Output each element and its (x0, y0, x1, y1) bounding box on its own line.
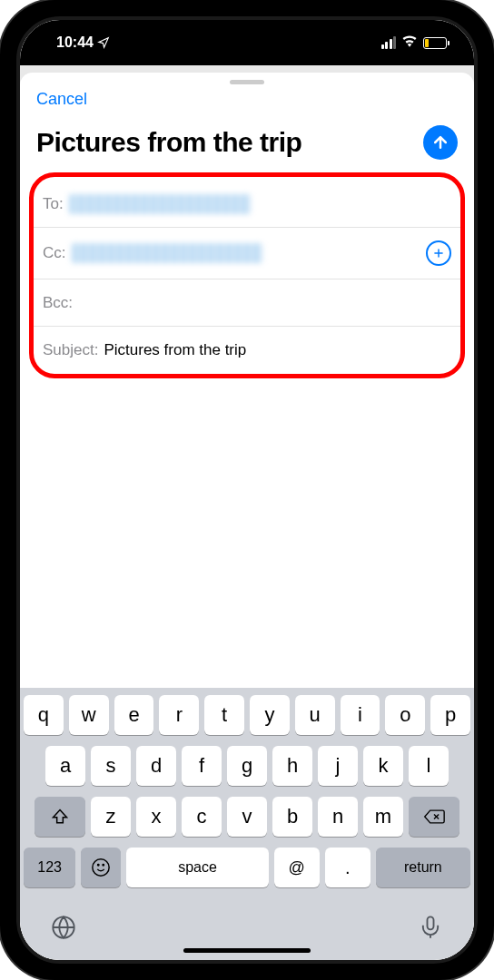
key-c[interactable]: c (182, 797, 222, 837)
keyboard-row-4: 123 space @ . return (24, 848, 470, 887)
key-t[interactable]: t (204, 695, 244, 735)
status-time: 10:44 (56, 34, 94, 51)
key-r[interactable]: r (159, 695, 199, 735)
emoji-icon (91, 858, 111, 877)
key-h[interactable]: h (272, 746, 312, 786)
location-icon (97, 36, 110, 49)
key-z[interactable]: z (91, 797, 131, 837)
keyboard-row-3: z x c v b n m (24, 797, 470, 837)
status-right (381, 34, 448, 51)
key-u[interactable]: u (295, 695, 335, 735)
key-k[interactable]: k (363, 746, 403, 786)
subject-label: Subject: (43, 341, 98, 359)
key-e[interactable]: e (114, 695, 154, 735)
key-s[interactable]: s (91, 746, 131, 786)
key-n[interactable]: n (318, 797, 358, 837)
cancel-button[interactable]: Cancel (36, 90, 87, 108)
notch (156, 20, 338, 45)
svg-point-1 (98, 865, 99, 866)
svg-rect-4 (428, 916, 434, 929)
to-field[interactable]: To: (34, 181, 460, 228)
svg-point-0 (93, 859, 109, 876)
keyboard-bottom-bar (24, 898, 470, 944)
key-delete[interactable] (409, 797, 459, 837)
key-a[interactable]: a (45, 746, 85, 786)
key-space[interactable]: space (126, 848, 268, 887)
svg-point-2 (103, 865, 104, 866)
screen: 10:44 Cancel Pictures from the tri (20, 20, 474, 960)
phone-frame: 10:44 Cancel Pictures from the tri (0, 0, 494, 980)
key-p[interactable]: p (430, 695, 470, 735)
key-o[interactable]: o (385, 695, 425, 735)
home-indicator[interactable] (183, 948, 311, 953)
key-w[interactable]: w (69, 695, 109, 735)
title-row: Pictures from the trip (20, 118, 474, 172)
key-v[interactable]: v (227, 797, 267, 837)
key-numbers[interactable]: 123 (24, 848, 75, 887)
key-dot[interactable]: . (325, 848, 370, 887)
globe-icon (51, 915, 76, 940)
key-y[interactable]: y (250, 695, 290, 735)
phone-body: 10:44 Cancel Pictures from the tri (16, 16, 478, 964)
plus-icon (432, 247, 445, 260)
subject-field[interactable]: Subject: Pictures from the trip (34, 327, 460, 374)
key-g[interactable]: g (227, 746, 267, 786)
toolbar: Cancel (20, 90, 474, 118)
cc-field[interactable]: Cc: (34, 228, 460, 279)
key-f[interactable]: f (182, 746, 222, 786)
sheet-grabber[interactable] (230, 80, 264, 84)
key-shift[interactable] (35, 797, 85, 837)
key-x[interactable]: x (136, 797, 176, 837)
key-m[interactable]: m (363, 797, 403, 837)
to-label: To: (43, 195, 64, 213)
subject-value: Pictures from the trip (104, 341, 246, 359)
keyboard-row-2: a s d f g h j k l (24, 746, 470, 786)
bcc-field[interactable]: Bcc: (34, 279, 460, 327)
annotation-highlight: To: Cc: Bcc: Subject: (29, 172, 465, 378)
globe-button[interactable] (51, 915, 76, 944)
add-contact-button[interactable] (426, 240, 451, 266)
send-button[interactable] (423, 125, 458, 160)
key-at[interactable]: @ (274, 848, 320, 887)
compose-sheet: Cancel Pictures from the trip To: Cc: (20, 73, 474, 960)
key-j[interactable]: j (318, 746, 358, 786)
key-l[interactable]: l (409, 746, 449, 786)
key-d[interactable]: d (136, 746, 176, 786)
redacted-recipient (69, 194, 251, 214)
mic-icon (418, 915, 443, 940)
key-return[interactable]: return (376, 848, 470, 887)
keyboard: q w e r t y u i o p a s d (20, 688, 474, 960)
key-q[interactable]: q (24, 695, 64, 735)
wifi-icon (401, 34, 418, 51)
signal-icon (381, 36, 397, 49)
bcc-label: Bcc: (43, 294, 73, 312)
delete-icon (423, 808, 445, 825)
arrow-up-icon (431, 133, 450, 152)
compose-body[interactable] (20, 378, 474, 688)
cc-label: Cc: (43, 244, 66, 262)
key-b[interactable]: b (272, 797, 312, 837)
dictation-button[interactable] (418, 915, 443, 944)
redacted-recipient (72, 243, 262, 263)
shift-icon (51, 808, 69, 826)
keyboard-row-1: q w e r t y u i o p (24, 695, 470, 735)
battery-icon (423, 37, 447, 49)
key-i[interactable]: i (341, 695, 380, 735)
compose-title: Pictures from the trip (36, 127, 414, 158)
key-emoji[interactable] (81, 848, 121, 887)
status-left: 10:44 (56, 34, 110, 51)
